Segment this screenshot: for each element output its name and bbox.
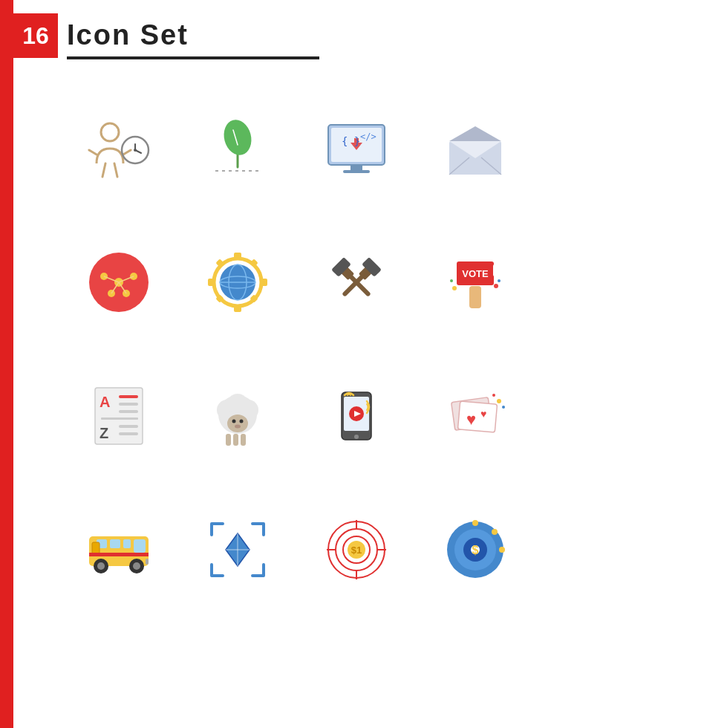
crossed-hammers-icon	[319, 245, 394, 319]
svg-point-60	[494, 284, 498, 288]
coding-monitor-icon: { } </>	[319, 111, 394, 186]
svg-rect-89	[457, 401, 497, 432]
svg-point-77	[232, 420, 236, 423]
svg-rect-58	[493, 264, 496, 276]
svg-line-1	[89, 150, 97, 155]
svg-marker-22	[449, 126, 501, 141]
svg-rect-69	[101, 417, 138, 420]
icon-grid: { } </>	[59, 82, 535, 617]
diamond-frame-icon	[201, 513, 275, 587]
icon-cell-school-bus	[59, 483, 178, 617]
svg-rect-16	[343, 170, 370, 173]
az-list-icon: A Z	[82, 379, 156, 453]
dollar-target-icon: $1	[319, 513, 394, 587]
svg-point-61	[450, 279, 453, 282]
svg-text:♥: ♥	[480, 408, 486, 420]
svg-rect-80	[226, 434, 231, 446]
svg-line-2	[123, 150, 131, 155]
icon-cell-plant-growth	[178, 82, 297, 215]
svg-point-105	[133, 562, 140, 570]
svg-point-124	[472, 520, 478, 526]
svg-rect-15	[351, 165, 362, 171]
svg-point-75	[227, 394, 248, 415]
svg-point-79	[235, 425, 241, 429]
icon-cell-media-phone	[297, 349, 416, 483]
svg-rect-101	[89, 553, 149, 556]
svg-point-10	[220, 117, 255, 158]
svg-text:A: A	[100, 394, 110, 410]
svg-point-76	[227, 415, 248, 432]
open-mail-icon	[438, 111, 512, 186]
svg-rect-55	[469, 286, 481, 308]
svg-point-103	[97, 562, 105, 570]
svg-rect-82	[241, 434, 246, 446]
atom-circle-icon	[82, 245, 156, 319]
svg-rect-96	[134, 539, 146, 553]
svg-point-125	[492, 529, 498, 535]
svg-point-8	[134, 149, 137, 152]
icon-cell-love-photos: ♥ ♥	[416, 349, 535, 483]
svg-text:VOTE: VOTE	[462, 268, 489, 279]
svg-line-4	[114, 163, 117, 177]
svg-rect-70	[119, 425, 138, 428]
icon-cell-diamond-frame	[178, 483, 297, 617]
svg-point-126	[499, 547, 505, 553]
svg-text:$: $	[472, 544, 479, 556]
icon-set-number: 16	[13, 13, 58, 58]
svg-point-94	[502, 406, 505, 409]
sheep-icon	[201, 379, 275, 453]
svg-rect-99	[123, 539, 131, 548]
icon-cell-sheep	[178, 349, 297, 483]
svg-text:$1: $1	[351, 545, 362, 556]
svg-rect-66	[119, 395, 138, 398]
svg-point-78	[240, 420, 244, 423]
svg-point-0	[101, 123, 119, 141]
svg-point-93	[492, 394, 495, 397]
icon-cell-dollar-disc: $	[416, 483, 535, 617]
vote-hand-icon: VOTE	[438, 245, 512, 319]
svg-rect-81	[233, 434, 238, 446]
page-title: Icon Set	[67, 19, 189, 51]
icon-cell-dollar-target: $1	[297, 483, 416, 617]
svg-rect-98	[110, 539, 120, 548]
icon-cell-atom-circle	[59, 215, 178, 349]
svg-text:♥: ♥	[466, 410, 476, 429]
svg-text:</>: </>	[360, 131, 376, 142]
svg-text:Z: Z	[100, 425, 108, 441]
svg-rect-68	[119, 410, 138, 413]
svg-rect-67	[119, 403, 138, 406]
icon-cell-az-list: A Z	[59, 349, 178, 483]
svg-text:{ }: { }	[342, 135, 360, 147]
svg-rect-106	[146, 559, 149, 565]
love-photos-icon: ♥ ♥	[438, 379, 512, 453]
icon-cell-open-mail	[416, 82, 535, 215]
svg-point-62	[498, 279, 501, 282]
icon-cell-crossed-hammers	[297, 215, 416, 349]
gear-globe-icon	[201, 245, 275, 319]
svg-point-92	[497, 399, 501, 403]
icon-cell-gear-globe	[178, 215, 297, 349]
media-phone-icon	[319, 379, 394, 453]
svg-line-3	[102, 163, 105, 177]
school-bus-icon	[82, 513, 156, 587]
icon-cell-person-clock	[59, 82, 178, 215]
dollar-disc-icon: $	[438, 513, 512, 587]
svg-point-59	[452, 286, 457, 290]
svg-point-87	[354, 435, 359, 439]
icon-cell-coding-monitor: { } </>	[297, 82, 416, 215]
red-accent-bar	[0, 0, 13, 728]
icon-cell-vote-hand: VOTE	[416, 215, 535, 349]
person-clock-icon	[82, 111, 156, 186]
plant-growth-icon	[201, 111, 275, 186]
title-underline	[67, 56, 319, 59]
svg-rect-71	[119, 432, 138, 435]
